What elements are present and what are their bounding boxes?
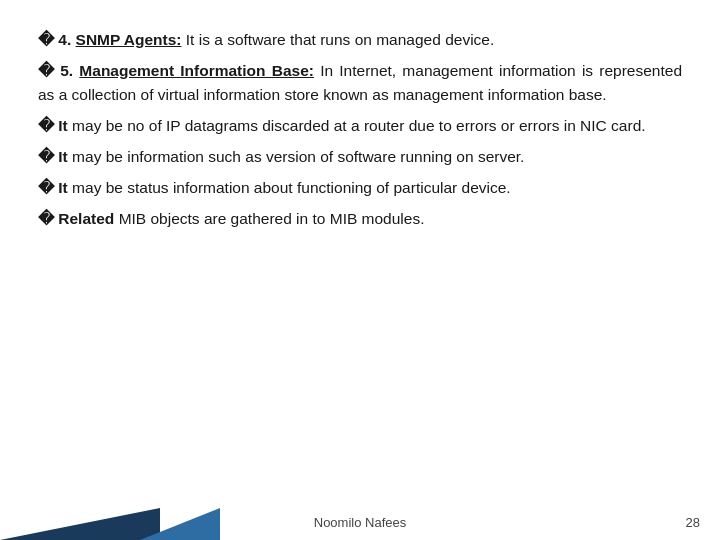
item3-prefix: � It (38, 117, 68, 134)
item4-prefix: � It (38, 148, 68, 165)
item5-body: may be status information about function… (72, 179, 511, 196)
item6-text: � Related MIB objects are gathered in to… (38, 207, 682, 231)
item4-body: may be information such as version of so… (72, 148, 524, 165)
item2-text: � 5. Management Information Base: In Int… (38, 59, 682, 107)
slide-container: � 4. SNMP Agents: It is a software that … (0, 0, 720, 540)
item1-label: SNMP Agents: (76, 31, 182, 48)
list-item: � Related MIB objects are gathered in to… (38, 207, 682, 231)
item5-prefix: � It (38, 179, 68, 196)
item4-text: � It may be information such as version … (38, 145, 682, 169)
triangle-dark (0, 508, 160, 540)
list-item: � It may be information such as version … (38, 145, 682, 169)
item6-body: MIB objects are gathered in to MIB modul… (119, 210, 425, 227)
list-item: � 4. SNMP Agents: It is a software that … (38, 28, 682, 52)
item5-text: � It may be status information about fun… (38, 176, 682, 200)
item1-text: � 4. SNMP Agents: It is a software that … (38, 28, 682, 52)
item1-prefix: � 4. (38, 31, 71, 48)
item1-body: It is a software that runs on managed de… (186, 31, 494, 48)
content-area: � 4. SNMP Agents: It is a software that … (38, 28, 682, 490)
slide-number: 28 (686, 515, 700, 530)
item2-label: Management Information Base: (79, 62, 314, 79)
list-item: � 5. Management Information Base: In Int… (38, 59, 682, 107)
item6-prefix: � Related (38, 210, 114, 227)
list-item: � It may be status information about fun… (38, 176, 682, 200)
item3-text: � It may be no of IP datagrams discarded… (38, 114, 682, 138)
item3-body: may be no of IP datagrams discarded at a… (72, 117, 645, 134)
presenter-name: Noomilo Nafees (314, 515, 407, 530)
list-item: � It may be no of IP datagrams discarded… (38, 114, 682, 138)
triangle-blue (140, 508, 220, 540)
item2-prefix: � 5. (38, 62, 73, 79)
